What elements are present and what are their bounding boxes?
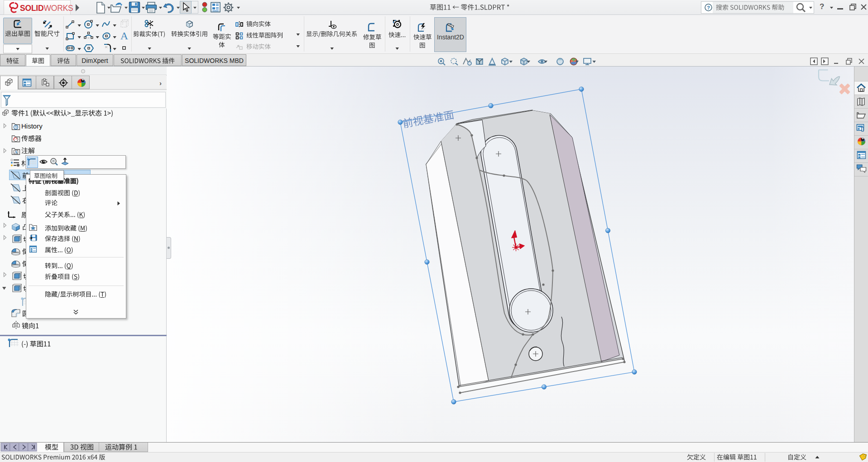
svg-text:?: ? (707, 5, 710, 10)
svg-text:A: A (14, 150, 18, 154)
svg-text:A: A (120, 31, 129, 41)
